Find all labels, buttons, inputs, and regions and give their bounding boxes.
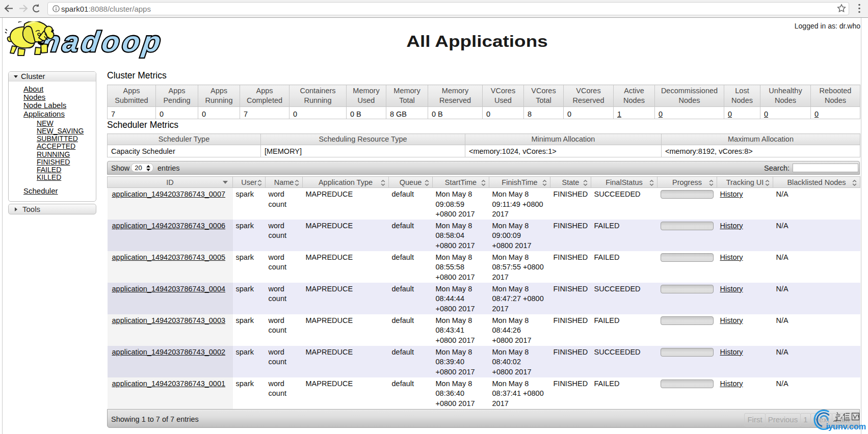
svg-text:hadoop: hadoop (40, 25, 166, 58)
svg-text:iyunv.com: iyunv.com (826, 422, 866, 431)
